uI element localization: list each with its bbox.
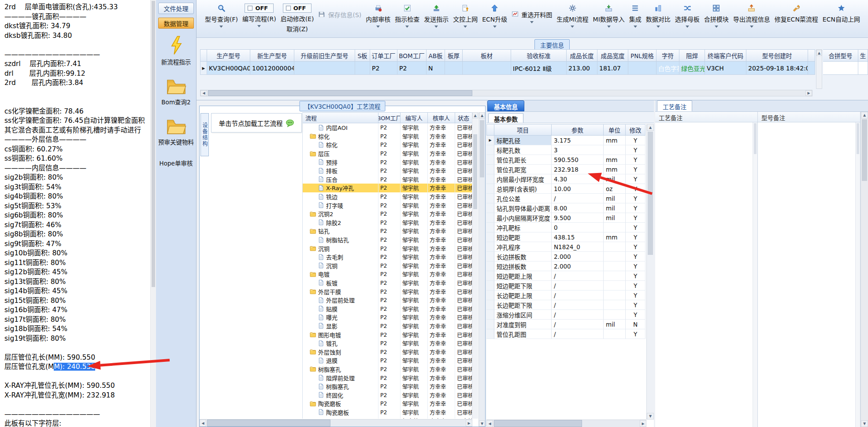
scrollbar-thumb[interactable]	[648, 132, 653, 255]
scroll-right-icon[interactable]	[640, 420, 646, 427]
flow-node[interactable]: 外层蚀刻	[303, 347, 378, 356]
column-header[interactable]: 合拼型号	[823, 49, 858, 62]
basic-param-row[interactable]: 短边靶距438.15mmY	[486, 232, 645, 242]
export-flow-info-button[interactable]: 导出流程信息	[731, 2, 772, 29]
dropdown-caret-icon[interactable]	[686, 26, 689, 28]
left-notes-panel[interactable]: 2rd 层单面电镀面积(含孔):435.33————镀孔面积————dkst镀孔…	[0, 0, 150, 427]
flow-node[interactable]: 树脂塞孔	[303, 365, 378, 374]
flow-node[interactable]: 钻孔	[303, 227, 378, 236]
flow-tree-row[interactable]: 棕化P2邹宇航方幸幸已审核	[303, 132, 472, 141]
basic-param-row[interactable]: 最小内层隔离环宽度9.500milY	[486, 213, 645, 223]
start-edit-button[interactable]: OFF启动修改(E)取消(Z)	[278, 2, 316, 34]
scroll-down-icon[interactable]	[479, 420, 485, 427]
column-header[interactable]: 板厚	[445, 49, 463, 62]
scroll-up-icon[interactable]	[816, 50, 822, 56]
flow-tree-row[interactable]: 图形电镀P2邹宇航方幸幸已审核	[303, 330, 472, 339]
column-header[interactable]: 修改	[626, 124, 645, 136]
flow-node[interactable]: 显影	[303, 322, 378, 331]
scrollbar-thumb[interactable]	[207, 420, 330, 427]
flow-tree-row[interactable]: 电镀P2邹宇航方幸幸已审核	[303, 270, 472, 279]
flow-node[interactable]: 退膜	[303, 356, 378, 365]
load-flow-hint[interactable]: 单击节点加载工艺流程	[211, 113, 302, 133]
dropdown-caret-icon[interactable]	[530, 21, 534, 23]
flow-node[interactable]: 去毛刺	[303, 253, 378, 261]
generate-mi-flow-button[interactable]: 生成MI流程	[554, 2, 590, 29]
nav-item-hope-audit[interactable]: Hope单审核	[158, 158, 194, 167]
flow-node[interactable]: 棕化	[303, 132, 378, 141]
dropdown-caret-icon[interactable]	[607, 26, 611, 28]
flow-tree-row[interactable]: 压合P2邹宇航方幸幸已审核	[303, 175, 472, 184]
flow-tree-row[interactable]: 沉铜2P2邹宇航方幸幸已审核	[303, 210, 472, 218]
reselect-cutting-diagram-button[interactable]: 重选开料图	[509, 2, 554, 24]
basic-param-row[interactable]: 管位孔距宽232.918mmY	[486, 165, 645, 174]
main-grid-hscrollbar[interactable]	[200, 90, 812, 96]
integrate-button[interactable]: 集成	[627, 2, 644, 29]
tab-device-structure[interactable]: 设备结构	[200, 113, 209, 156]
flow-tree-row[interactable]: 显影P2邹宇航方幸幸已审核	[303, 322, 472, 331]
basic-params-hscrollbar[interactable]	[486, 420, 646, 427]
scroll-up-icon[interactable]	[479, 112, 485, 118]
nav-item-bom-query2[interactable]: Bom查询2	[158, 78, 194, 106]
flow-tree-row[interactable]: 预排P2邹宇航方幸幸已审核	[303, 158, 472, 166]
flow-node[interactable]: 阻焊前处理	[303, 373, 378, 382]
basic-param-row[interactable]: 涨缩分维区间/Y	[486, 310, 645, 320]
flow-tree-row[interactable]: 沉铜P2邹宇航方幸幸已审核	[303, 244, 472, 253]
flow-tree-row[interactable]: 陶瓷磨板P2邹宇航方幸幸已审核	[303, 399, 472, 408]
flow-node[interactable]: 电镀	[303, 270, 378, 279]
flow-node[interactable]: 终固化	[303, 390, 378, 399]
flow-tree-row[interactable]: 镀孔P2邹宇航方幸幸已审核	[303, 339, 472, 348]
flow-tree-row[interactable]: 树脂钻孔P2邹宇航方幸幸已审核	[303, 236, 472, 244]
process-notes-scrollbar[interactable]	[753, 122, 757, 427]
ecn-auto-upload-button[interactable]: ECN自动上网	[820, 2, 862, 24]
flow-node[interactable]: 铣边	[303, 192, 378, 201]
column-header[interactable]: 成品长度	[567, 49, 597, 62]
basic-param-row[interactable]: 标靶孔数3Y	[486, 145, 645, 155]
basic-param-row[interactable]: 冲孔程序N1824_0Y	[486, 242, 645, 252]
column-header[interactable]: S板	[355, 49, 370, 62]
basic-param-row[interactable]: 短边靶距上限/Y	[486, 271, 645, 281]
scroll-up-icon[interactable]	[472, 112, 478, 118]
tab-basic-info[interactable]: 基本信息	[487, 100, 524, 111]
dropdown-caret-icon[interactable]	[571, 26, 574, 28]
off-toggle[interactable]: OFF	[283, 4, 312, 13]
flow-tree-row[interactable]: 贴膜P2邹宇航方幸幸已审核	[303, 304, 472, 313]
flow-node[interactable]: 沉铜	[303, 244, 378, 253]
basic-param-row[interactable]: 管位孔距图/Y	[486, 329, 645, 339]
select-mother-board-button[interactable]: 选择母板	[673, 2, 702, 29]
dropdown-caret-icon[interactable]	[405, 26, 409, 28]
save-info-button[interactable]: 保存信息(S)	[316, 2, 364, 20]
flow-tree-row[interactable]: 退膜P2邹宇航方幸幸已审核	[303, 356, 472, 365]
flow-node[interactable]: AOI1	[303, 416, 378, 419]
dropdown-caret-icon[interactable]	[657, 26, 660, 28]
main-grid-selected-row[interactable]: KV3CH00QA010012000004869P2P2NIPC-6012 Ⅱ级…	[200, 62, 815, 75]
basic-param-row[interactable]: 内层最小焊环宽度4.30milY	[486, 174, 645, 184]
basic-param-row[interactable]: 钻孔到导体最小距离8.00milY	[486, 203, 645, 213]
basic-param-row[interactable]: 冲孔靶标0Y	[486, 223, 645, 232]
merge-module-button[interactable]: 合拼模块	[702, 2, 731, 29]
scrollbar-thumb[interactable]	[862, 119, 867, 181]
flow-tree-row[interactable]: 排板P2邹宇航方幸幸已审核	[303, 166, 472, 175]
scrollbar-thumb[interactable]	[208, 90, 472, 96]
column-header[interactable]: 字符	[657, 49, 679, 62]
flow-node[interactable]: 除胶2	[303, 218, 378, 227]
scroll-right-icon[interactable]	[466, 420, 472, 427]
scrollbar-thumb[interactable]	[494, 420, 582, 427]
flow-tree-row[interactable]: 外层前处理P2邹宇航方幸幸已审核	[303, 296, 472, 305]
flow-node[interactable]: 预排	[303, 158, 378, 166]
instruction-check-button[interactable]: 指示检查	[393, 2, 422, 29]
flow-node[interactable]: 图形电镀	[303, 330, 378, 339]
basic-param-row[interactable]: 总铜厚(含表铜)10.00ozY	[486, 184, 645, 194]
scroll-left-icon[interactable]	[200, 90, 207, 96]
mi-data-import-button[interactable]: MI数据导入	[591, 2, 627, 29]
flow-node[interactable]: X-Ray冲孔	[303, 184, 378, 192]
basic-param-row[interactable]: 短边拼板数2.000Y	[486, 261, 645, 271]
basic-param-row[interactable]: 长边拼板数2.000Y	[486, 252, 645, 261]
scrollbar-thumb[interactable]	[480, 120, 484, 177]
column-header[interactable]: 型号创建时	[746, 49, 808, 62]
flow-tree-row[interactable]: 树脂塞孔P2邹宇航方幸幸已审核	[303, 382, 472, 391]
model-notes-scrollbar[interactable]	[855, 122, 860, 427]
flow-tree-row[interactable]: X-Ray冲孔P2邹宇航方幸幸已审核	[303, 184, 472, 192]
scrollbar-thumb[interactable]	[152, 1, 155, 287]
flow-node[interactable]: 棕化	[303, 140, 378, 149]
column-header[interactable]: 订单工厂	[370, 49, 397, 62]
